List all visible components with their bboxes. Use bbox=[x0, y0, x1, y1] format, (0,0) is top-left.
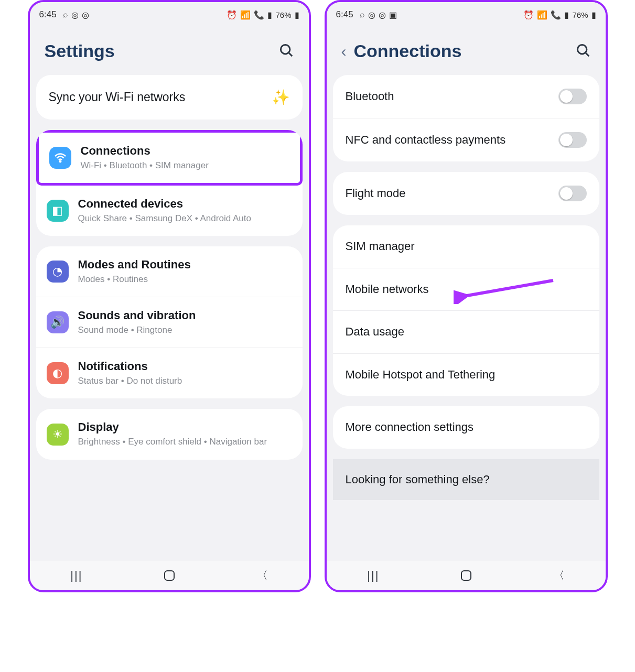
status-time: 6:45 bbox=[336, 9, 353, 20]
nav-bar: ||| 〈 bbox=[30, 561, 309, 590]
row-nfc[interactable]: NFC and contactless payments bbox=[333, 118, 599, 161]
row-label: SIM manager bbox=[346, 239, 415, 254]
bluetooth-toggle[interactable] bbox=[558, 89, 587, 104]
row-subtitle: Brightness • Eye comfort shield • Naviga… bbox=[78, 436, 267, 448]
wifi-icon: 📶 bbox=[537, 10, 547, 20]
gallery-icon: ▣ bbox=[389, 10, 397, 20]
battery-percent: 76% bbox=[275, 10, 291, 19]
row-bluetooth[interactable]: Bluetooth bbox=[333, 75, 599, 118]
nav-home-button[interactable] bbox=[164, 570, 175, 581]
modes-icon: ◔ bbox=[47, 261, 69, 283]
row-flight-mode[interactable]: Flight mode bbox=[333, 172, 599, 215]
instagram-icon: ◎ bbox=[368, 10, 375, 20]
search-button[interactable] bbox=[278, 42, 294, 60]
connections-header: ‹ Connections bbox=[327, 23, 606, 75]
settings-item-modes[interactable]: ◔ Modes and Routines Modes • Routines bbox=[36, 246, 303, 297]
prompt-text: Looking for something else? bbox=[346, 473, 490, 486]
row-title: Connected devices bbox=[78, 197, 251, 211]
status-time: 6:45 bbox=[39, 9, 57, 20]
row-label: Mobile Hotspot and Tethering bbox=[346, 367, 496, 383]
nav-recents-button[interactable]: ||| bbox=[367, 569, 379, 582]
row-label: NFC and contactless payments bbox=[346, 133, 506, 148]
wifi-icon: 📶 bbox=[240, 10, 251, 20]
volte-icon: 📞 bbox=[254, 10, 264, 20]
sparkle-icon: ✨ bbox=[272, 89, 290, 106]
row-label: More connection settings bbox=[346, 420, 474, 433]
search-button[interactable] bbox=[575, 42, 591, 60]
row-label: Flight mode bbox=[346, 186, 406, 201]
annotation-arrow-icon bbox=[454, 278, 558, 304]
instagram-icon: ◎ bbox=[71, 10, 79, 20]
row-title: Connections bbox=[81, 144, 209, 158]
page-title: Settings bbox=[45, 41, 115, 61]
nfc-toggle[interactable] bbox=[558, 132, 587, 148]
row-more-connection-settings[interactable]: More connection settings bbox=[333, 406, 599, 449]
svg-line-5 bbox=[464, 280, 553, 296]
row-title: Modes and Routines bbox=[78, 258, 191, 272]
status-bar: 6:45 ⌕ ◎ ◎ ▣ ⏰ 📶 📞 ▮ 76% ▮ bbox=[327, 2, 606, 23]
svg-line-1 bbox=[289, 53, 292, 56]
svg-line-4 bbox=[586, 53, 589, 56]
sound-icon: 🔊 bbox=[47, 311, 69, 333]
settings-item-connections[interactable]: Connections Wi-Fi • Bluetooth • SIM mana… bbox=[36, 130, 303, 186]
status-bar: 6:45 ⌕ ◎ ◎ ⏰ 📶 📞 ▮ 76% ▮ bbox=[30, 2, 309, 23]
volte-icon: 📞 bbox=[551, 10, 561, 20]
row-subtitle: Wi-Fi • Bluetooth • SIM manager bbox=[81, 160, 209, 171]
nav-home-button[interactable] bbox=[461, 570, 471, 581]
settings-item-sound[interactable]: 🔊 Sounds and vibration Sound mode • Ring… bbox=[36, 297, 303, 348]
signal-icon: ▮ bbox=[267, 10, 272, 20]
instagram-icon: ◎ bbox=[379, 10, 386, 20]
row-label: Mobile networks bbox=[346, 282, 429, 297]
sync-wifi-card[interactable]: Sync your Wi-Fi networks ✨ bbox=[36, 75, 303, 120]
battery-percent: 76% bbox=[572, 10, 588, 19]
row-subtitle: Modes • Routines bbox=[78, 274, 191, 285]
connections-screen: 6:45 ⌕ ◎ ◎ ▣ ⏰ 📶 📞 ▮ 76% ▮ ‹ Connections bbox=[325, 0, 608, 592]
row-hotspot[interactable]: Mobile Hotspot and Tethering bbox=[333, 354, 599, 396]
display-icon: ☀ bbox=[47, 424, 69, 446]
row-title: Sounds and vibration bbox=[78, 309, 196, 322]
whatsapp-icon: ⌕ bbox=[360, 10, 365, 19]
row-title: Notifications bbox=[78, 360, 182, 373]
signal-icon: ▮ bbox=[564, 10, 569, 20]
settings-list: Sync your Wi-Fi networks ✨ Connections W… bbox=[30, 75, 309, 561]
settings-header: Settings bbox=[30, 23, 309, 75]
connections-list: Bluetooth NFC and contactless payments F… bbox=[327, 75, 606, 561]
suggestion-prompt: Looking for something else? bbox=[333, 459, 599, 500]
svg-point-3 bbox=[577, 45, 587, 54]
row-subtitle: Quick Share • Samsung DeX • Android Auto bbox=[78, 213, 251, 224]
row-label: Data usage bbox=[346, 324, 405, 340]
devices-icon: ◧ bbox=[47, 200, 69, 222]
settings-item-notifications[interactable]: ◐ Notifications Status bar • Do not dist… bbox=[36, 348, 303, 398]
svg-point-2 bbox=[59, 161, 60, 162]
whatsapp-icon: ⌕ bbox=[63, 10, 68, 19]
row-title: Display bbox=[78, 420, 267, 434]
nav-bar: ||| 〈 bbox=[327, 561, 606, 590]
alarm-icon: ⏰ bbox=[523, 10, 534, 20]
row-data-usage[interactable]: Data usage bbox=[333, 311, 599, 354]
page-title: Connections bbox=[354, 41, 462, 61]
alarm-icon: ⏰ bbox=[227, 10, 237, 20]
nav-back-button[interactable]: 〈 bbox=[553, 568, 565, 583]
back-button[interactable]: ‹ bbox=[341, 42, 347, 60]
row-subtitle: Status bar • Do not disturb bbox=[78, 375, 182, 387]
row-sim-manager[interactable]: SIM manager bbox=[333, 225, 599, 268]
nav-back-button[interactable]: 〈 bbox=[256, 568, 268, 583]
settings-screen: 6:45 ⌕ ◎ ◎ ⏰ 📶 📞 ▮ 76% ▮ Settings Sync bbox=[28, 0, 311, 592]
nav-recents-button[interactable]: ||| bbox=[70, 569, 82, 582]
row-label: Bluetooth bbox=[346, 89, 394, 104]
sync-label: Sync your Wi-Fi networks bbox=[49, 90, 186, 104]
settings-item-connected-devices[interactable]: ◧ Connected devices Quick Share • Samsun… bbox=[36, 186, 303, 236]
instagram-icon: ◎ bbox=[82, 10, 89, 20]
notifications-icon: ◐ bbox=[47, 362, 69, 384]
row-subtitle: Sound mode • Ringtone bbox=[78, 324, 196, 336]
battery-icon: ▮ bbox=[591, 10, 596, 20]
settings-item-display[interactable]: ☀ Display Brightness • Eye comfort shiel… bbox=[36, 409, 303, 459]
battery-icon: ▮ bbox=[295, 10, 299, 20]
wifi-icon bbox=[49, 147, 71, 169]
row-mobile-networks[interactable]: Mobile networks bbox=[333, 268, 599, 311]
flight-mode-toggle[interactable] bbox=[558, 186, 587, 201]
svg-point-0 bbox=[281, 45, 290, 54]
